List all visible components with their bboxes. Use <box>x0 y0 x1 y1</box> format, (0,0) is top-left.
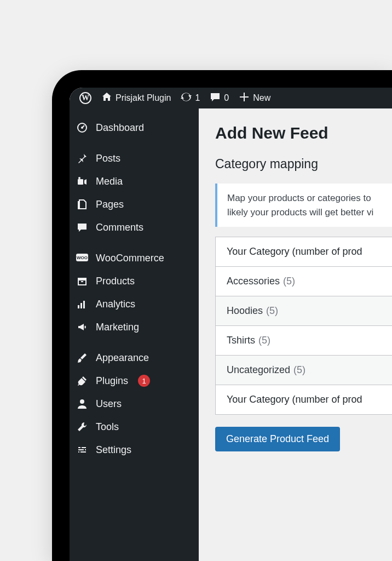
svg-rect-2 <box>78 179 83 185</box>
category-table: Your Category (number of prod Accessorie… <box>215 237 392 415</box>
dashboard-icon <box>76 122 88 134</box>
category-name: Hoodies <box>227 305 263 316</box>
svg-rect-6 <box>78 305 79 308</box>
pin-icon <box>76 152 88 164</box>
svg-rect-7 <box>80 303 82 308</box>
svg-point-3 <box>78 177 80 179</box>
svg-point-1 <box>81 127 83 129</box>
update-badge: 1 <box>138 375 150 387</box>
table-footer: Your Category (number of prod <box>216 385 392 414</box>
category-row[interactable]: Hoodies(5) <box>216 296 392 326</box>
refresh-icon <box>181 91 192 105</box>
sidebar-item-marketing[interactable]: Marketing <box>70 316 199 339</box>
category-count: (5) <box>258 335 270 346</box>
sidebar-item-label: Tools <box>96 421 119 433</box>
comment-icon <box>76 221 88 233</box>
generate-feed-button[interactable]: Generate Product Feed <box>215 427 340 451</box>
home-icon <box>101 91 112 105</box>
sidebar-item-label: Appearance <box>96 352 149 364</box>
plus-icon <box>239 91 250 105</box>
updates-item[interactable]: 1 <box>176 91 204 105</box>
svg-rect-8 <box>83 301 85 308</box>
updates-count: 1 <box>195 93 200 103</box>
sidebar-item-comments[interactable]: Comments <box>70 216 199 239</box>
pages-icon <box>76 198 88 210</box>
sidebar-item-dashboard[interactable]: Dashboard <box>70 116 199 139</box>
menu-separator <box>70 139 199 147</box>
category-row[interactable]: Accessories(5) <box>216 267 392 296</box>
category-name: Tshirts <box>227 335 255 346</box>
category-row[interactable]: Uncategorized(5) <box>216 356 392 385</box>
sidebar-item-products[interactable]: Products <box>70 270 199 293</box>
sidebar-item-label: WooCommerce <box>96 253 164 264</box>
sidebar-item-woocommerce[interactable]: WOOWooCommerce <box>70 247 199 270</box>
woo-icon: WOO <box>76 252 88 264</box>
sidebar-item-label: Marketing <box>96 322 139 333</box>
sidebar-item-label: Plugins <box>96 375 128 387</box>
media-icon <box>76 175 88 187</box>
section-title: Category mapping <box>215 157 392 171</box>
sidebar-item-tools[interactable]: Tools <box>70 415 199 438</box>
sliders-icon <box>76 444 88 456</box>
plug-icon <box>76 375 88 387</box>
new-label: New <box>253 93 270 103</box>
device-frame: W Prisjakt Plugin 1 0 <box>52 70 392 561</box>
sidebar-item-label: Comments <box>96 222 143 233</box>
admin-sidebar: DashboardPostsMediaPagesCommentsWOOWooCo… <box>70 108 199 561</box>
svg-text:WOO: WOO <box>77 255 88 260</box>
category-name: Accessories <box>227 276 280 287</box>
table-header: Your Category (number of prod <box>216 237 392 267</box>
menu-separator <box>70 239 199 247</box>
page-title: Add New Feed <box>215 124 392 142</box>
content-area: DashboardPostsMediaPagesCommentsWOOWooCo… <box>70 108 392 561</box>
megaphone-icon <box>76 321 88 333</box>
sidebar-item-label: Dashboard <box>96 122 144 134</box>
new-item[interactable]: New <box>234 91 275 105</box>
wp-logo-item[interactable]: W <box>75 92 96 104</box>
archive-icon <box>76 275 88 287</box>
svg-point-9 <box>80 399 84 404</box>
sidebar-item-media[interactable]: Media <box>70 170 199 193</box>
brush-icon <box>76 352 88 364</box>
admin-bar: W Prisjakt Plugin 1 0 <box>70 88 392 108</box>
category-count: (5) <box>283 276 295 287</box>
device-inner: W Prisjakt Plugin 1 0 <box>70 88 392 561</box>
sidebar-item-posts[interactable]: Posts <box>70 147 199 170</box>
category-name: Uncategorized <box>227 364 290 375</box>
comment-icon <box>210 91 221 105</box>
comments-count: 0 <box>224 93 229 103</box>
sidebar-item-users[interactable]: Users <box>70 392 199 415</box>
menu-separator <box>70 339 199 346</box>
sidebar-item-analytics[interactable]: Analytics <box>70 293 199 316</box>
category-count: (5) <box>293 364 305 375</box>
sidebar-item-plugins[interactable]: Plugins1 <box>70 369 199 392</box>
sidebar-item-pages[interactable]: Pages <box>70 193 199 216</box>
category-row[interactable]: Tshirts(5) <box>216 326 392 356</box>
sidebar-item-label: Products <box>96 276 135 287</box>
main-content: Add New Feed Category mapping Map your p… <box>199 108 392 561</box>
sidebar-item-label: Analytics <box>96 299 135 310</box>
bars-icon <box>76 298 88 310</box>
category-count: (5) <box>266 305 278 316</box>
wrench-icon <box>76 421 88 433</box>
site-name-label: Prisjakt Plugin <box>116 93 171 103</box>
wordpress-logo-icon: W <box>79 92 91 104</box>
user-icon <box>76 398 88 410</box>
sidebar-item-label: Users <box>96 398 122 410</box>
sidebar-item-settings[interactable]: Settings <box>70 438 199 461</box>
info-notice: Map your products or categories to likel… <box>215 184 392 227</box>
sidebar-item-label: Pages <box>96 199 124 210</box>
sidebar-item-label: Settings <box>96 444 131 456</box>
site-name-item[interactable]: Prisjakt Plugin <box>97 91 175 105</box>
sidebar-item-label: Media <box>96 176 123 187</box>
sidebar-item-appearance[interactable]: Appearance <box>70 346 199 369</box>
sidebar-item-label: Posts <box>96 153 120 164</box>
comments-item[interactable]: 0 <box>205 91 233 105</box>
